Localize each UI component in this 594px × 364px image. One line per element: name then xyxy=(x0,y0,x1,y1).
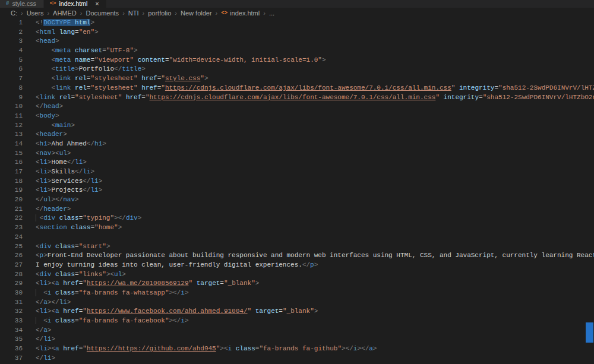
code-line[interactable]: 22 <div class="typing"></div> xyxy=(0,214,594,223)
code-line[interactable]: 2<html lang="en"> xyxy=(0,28,594,37)
line-number: 31 xyxy=(0,298,23,308)
code-line[interactable]: 5 <meta name="viewport" content="width=d… xyxy=(0,56,594,65)
code-line-content[interactable]: I enjoy turning ideas into clean, user-f… xyxy=(23,261,594,270)
code-line[interactable]: 6 <title>Portfolio</title> xyxy=(0,65,594,74)
code-line-content[interactable]: <p>Front-End Developer passionate about … xyxy=(23,251,594,261)
code-line[interactable]: 1<!DOCTYPE html> xyxy=(0,18,594,28)
code-line-content[interactable]: <li>Projects</li> xyxy=(23,186,594,195)
breadcrumb-item-portfolio[interactable]: portfolio xyxy=(148,10,171,17)
code-line[interactable]: 3<head> xyxy=(0,37,594,46)
breadcrumb-item-documents[interactable]: Documents xyxy=(86,10,119,17)
code-line[interactable]: 34</a> xyxy=(0,326,594,335)
code-line-content[interactable]: </a> xyxy=(23,326,594,335)
breadcrumb-item-c-[interactable]: C: xyxy=(11,10,17,17)
code-line-content[interactable]: <li><a href="https://www.facebook.com/ah… xyxy=(23,307,594,316)
code-line[interactable]: 11<body> xyxy=(0,112,594,121)
code-line-content[interactable]: <div class="start"> xyxy=(23,242,594,252)
code-line-content[interactable]: <nav><ul> xyxy=(23,149,594,159)
code-line-content[interactable]: <div class="typing"></div> xyxy=(23,214,594,223)
breadcrumb-item-users[interactable]: Users xyxy=(27,10,44,17)
breadcrumb-item-new-folder[interactable]: New folder xyxy=(181,10,212,17)
code-line[interactable]: 36<li><a href="https://https://github.co… xyxy=(0,344,594,354)
code-line-content[interactable]: </li> xyxy=(23,354,594,363)
code-line[interactable]: 23<section class="home"> xyxy=(0,223,594,233)
code-line[interactable]: 8 <link rel="stylesheet" href="https://c… xyxy=(0,84,594,93)
code-line[interactable]: 35</li> xyxy=(0,335,594,344)
code-line-content[interactable]: </ul></nav> xyxy=(23,195,594,205)
tab-index-html[interactable]: <>index.html× xyxy=(44,0,107,8)
tab-style-css[interactable]: #style.css xyxy=(0,0,44,8)
code-line-content[interactable]: <i class="fa-brands fa-facebook"></i> xyxy=(23,316,594,326)
code-line-content[interactable]: <li>Skills</li> xyxy=(23,167,594,177)
code-line-content[interactable]: <meta charset="UTF-8"> xyxy=(23,46,594,56)
breadcrumb: C:›Users›AHMED›Documents›NTI›portfolio›N… xyxy=(0,8,594,18)
breadcrumb-label: index.html xyxy=(230,10,260,17)
code-line-content[interactable] xyxy=(23,233,594,242)
line-number: 14 xyxy=(0,140,23,149)
code-line[interactable]: 17<li>Skills</li> xyxy=(0,167,594,177)
code-line[interactable]: 37</li> xyxy=(0,354,594,363)
code-line-content[interactable]: <section class="home"> xyxy=(23,223,594,233)
code-line[interactable]: 10</head> xyxy=(0,102,594,112)
line-number: 36 xyxy=(0,344,23,354)
code-line[interactable]: 4 <meta charset="UTF-8"> xyxy=(0,46,594,56)
code-line-content[interactable]: <li>Services</li> xyxy=(23,177,594,186)
code-line-content[interactable]: <!DOCTYPE html> xyxy=(23,18,594,28)
code-line[interactable]: 18<li>Services</li> xyxy=(0,177,594,186)
breadcrumb-item-nti[interactable]: NTI xyxy=(128,10,139,17)
code-line[interactable]: 29<li><a href="https://wa.me/20100856912… xyxy=(0,279,594,289)
code-line-content[interactable]: <main> xyxy=(23,121,594,131)
code-editor[interactable]: 1<!DOCTYPE html>2<html lang="en">3<head>… xyxy=(0,18,594,364)
code-line-content[interactable]: <link rel="stylesheet" href="https://cdn… xyxy=(23,84,594,93)
code-line[interactable]: 19<li>Projects</li> xyxy=(0,186,594,195)
code-line[interactable]: 32<li><a href="https://www.facebook.com/… xyxy=(0,307,594,316)
line-number: 1 xyxy=(0,18,23,28)
code-line-content[interactable]: <header> xyxy=(23,130,594,140)
code-line[interactable]: 9<link rel="stylesheet" href="https://cd… xyxy=(0,93,594,103)
code-line[interactable]: 24 xyxy=(0,233,594,242)
line-number: 33 xyxy=(0,316,23,326)
line-number: 26 xyxy=(0,251,23,261)
code-line[interactable]: 13<header> xyxy=(0,130,594,140)
code-line[interactable]: 31</a></li> xyxy=(0,298,594,308)
code-line[interactable]: 26<p>Front-End Developer passionate abou… xyxy=(0,251,594,261)
code-line[interactable]: 28<div class="links"><ul> xyxy=(0,270,594,280)
code-line[interactable]: 12 <main> xyxy=(0,121,594,131)
code-line[interactable]: 20</ul></nav> xyxy=(0,195,594,205)
code-line[interactable]: 15<nav><ul> xyxy=(0,149,594,159)
code-line-content[interactable]: </head> xyxy=(23,102,594,112)
code-line[interactable]: 27I enjoy turning ideas into clean, user… xyxy=(0,261,594,270)
code-line-content[interactable]: <body> xyxy=(23,112,594,121)
code-line-content[interactable]: <li><a href="https://https://github.com/… xyxy=(23,344,594,354)
code-line[interactable]: 21</header> xyxy=(0,205,594,214)
code-line-content[interactable]: </header> xyxy=(23,205,594,214)
code-line-content[interactable]: <div class="links"><ul> xyxy=(23,270,594,280)
line-number: 7 xyxy=(0,74,23,84)
code-line[interactable]: 14<h1>Ahd Ahmed</h1> xyxy=(0,140,594,149)
code-line[interactable]: 16<li>Home</li> xyxy=(0,158,594,167)
code-line[interactable]: 7 <link rel="stylesheet" href="style.css… xyxy=(0,74,594,84)
code-line-content[interactable]: <title>Portfolio</title> xyxy=(23,65,594,74)
code-line[interactable]: 30 <i class="fa-brands fa-whatsapp"></i> xyxy=(0,289,594,298)
code-line-content[interactable]: <link rel="stylesheet" href="style.css"> xyxy=(23,74,594,84)
code-line-content[interactable]: <i class="fa-brands fa-whatsapp"></i> xyxy=(23,289,594,298)
close-icon[interactable]: × xyxy=(95,0,99,7)
code-line-content[interactable]: <link rel="stylesheet" href="https://cdn… xyxy=(23,93,594,103)
chevron-right-icon: › xyxy=(143,10,145,17)
code-line-content[interactable]: <li><a href="https://wa.me/201008569129"… xyxy=(23,279,594,289)
code-line-content[interactable]: <html lang="en"> xyxy=(23,28,594,37)
breadcrumb-item--[interactable]: ... xyxy=(269,10,274,17)
breadcrumb-item-ahmed[interactable]: AHMED xyxy=(53,10,77,17)
code-line-content[interactable]: <h1>Ahd Ahmed</h1> xyxy=(23,140,594,149)
code-line[interactable]: 25<div class="start"> xyxy=(0,242,594,252)
code-line-content[interactable]: <meta name="viewport" content="width=dev… xyxy=(23,56,594,65)
code-line-content[interactable]: </li> xyxy=(23,335,594,344)
tab-bar: #style.css<>index.html× xyxy=(0,0,594,8)
line-number: 27 xyxy=(0,261,23,270)
code-line-content[interactable]: <li>Home</li> xyxy=(23,158,594,167)
code-line-content[interactable]: </a></li> xyxy=(23,298,594,308)
code-line-content[interactable]: <head> xyxy=(23,37,594,46)
scrollbar-marker[interactable] xyxy=(586,322,593,343)
code-line[interactable]: 33 <i class="fa-brands fa-facebook"></i> xyxy=(0,316,594,326)
breadcrumb-item-index-html[interactable]: <>index.html xyxy=(221,10,260,17)
